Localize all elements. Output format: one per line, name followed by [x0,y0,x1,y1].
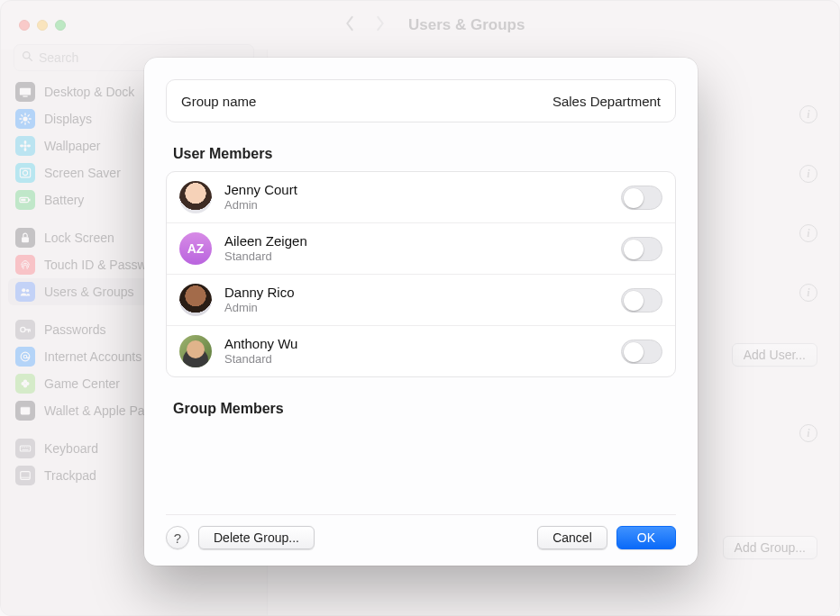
member-toggle[interactable] [621,340,662,364]
avatar [179,335,212,367]
help-button[interactable]: ? [166,526,189,549]
member-row: Danny RicoAdmin [167,275,675,326]
member-name: Aileen Zeigen [224,233,608,250]
member-name: Danny Rico [224,285,608,302]
member-toggle[interactable] [621,288,662,313]
member-role: Admin [224,198,608,213]
cancel-button[interactable]: Cancel [537,526,607,549]
user-members-list: Jenny CourtAdminAZAileen ZeigenStandardD… [166,171,676,377]
member-role: Admin [224,301,608,315]
user-members-heading: User Members [166,146,676,162]
member-name: Jenny Court [224,182,608,199]
delete-group-button[interactable]: Delete Group... [198,526,315,549]
member-toggle[interactable] [621,186,662,210]
system-settings-window: Users & Groups Search Desktop & DockDisp… [0,0,840,616]
group-members-heading: Group Members [166,401,676,417]
group-name-label: Group name [181,94,256,109]
avatar: AZ [179,232,212,265]
member-name: Anthony Wu [224,336,608,353]
member-role: Standard [224,249,608,264]
member-toggle[interactable] [621,237,662,261]
group-name-field[interactable]: Group name Sales Department [166,79,676,122]
group-settings-sheet: Group name Sales Department User Members… [144,58,698,566]
member-row: Jenny CourtAdmin [167,172,675,223]
member-row: Anthony WuStandard [167,326,675,376]
member-row: AZAileen ZeigenStandard [167,223,675,275]
member-role: Standard [224,352,608,367]
avatar [179,181,212,213]
group-name-value: Sales Department [552,94,661,109]
ok-button[interactable]: OK [616,526,676,549]
sheet-footer: ? Delete Group... Cancel OK [166,514,676,549]
avatar [179,284,212,316]
